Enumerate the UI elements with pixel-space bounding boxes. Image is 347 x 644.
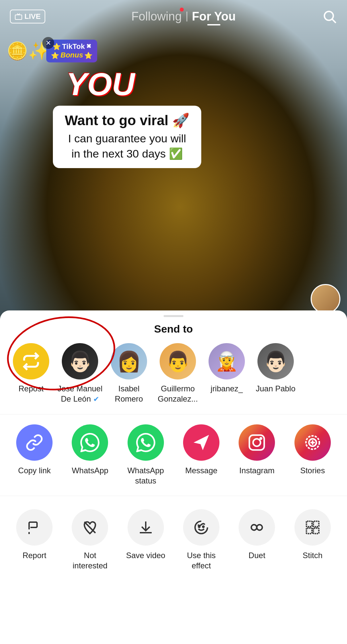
app-instagram[interactable]: Instagram (234, 424, 280, 476)
tv-icon (15, 13, 22, 20)
duet-label: Duet (249, 550, 265, 560)
svg-point-13 (199, 526, 200, 527)
tab-foryou[interactable]: For You (192, 10, 236, 23)
viral-line1: Want to go viral 🚀 (65, 112, 189, 128)
action-use-effect[interactable]: Use thiseffect (178, 509, 224, 571)
not-interested-label: Notinterested (73, 550, 107, 571)
copy-link-icon (16, 424, 53, 461)
isabel-avatar: 👩 (111, 343, 147, 379)
app-whatsapp-status[interactable]: WhatsAppstatus (123, 424, 169, 486)
share-sheet: Send to Repost 👨🏻 Jose ManuelDe León ✔ (0, 310, 347, 644)
action-not-interested[interactable]: Notinterested (67, 509, 113, 571)
stitch-label: Stitch (303, 550, 323, 560)
creator-avatar[interactable] (311, 284, 340, 314)
repost-avatar (13, 343, 49, 379)
app-message[interactable]: Message (178, 424, 224, 476)
app-copy-link[interactable]: Copy link (11, 424, 58, 476)
app-stories[interactable]: Stories (289, 424, 336, 476)
actions-row: Report Notinterested Save video (0, 506, 347, 571)
you-text: YOU (66, 66, 135, 102)
not-interested-icon (72, 509, 108, 546)
contact-juanpablo[interactable]: 👨🏻 Juan Pablo (251, 343, 300, 394)
report-icon (16, 509, 53, 546)
guillermo-avatar: 👨 (160, 343, 196, 379)
contact-repost[interactable]: Repost (7, 343, 56, 394)
svg-point-1 (325, 12, 333, 20)
contact-guillermo[interactable]: 👨 GuillermoGonzalez... (153, 343, 202, 404)
viral-bubble: Want to go viral 🚀 I can guarantee you w… (53, 106, 201, 168)
svg-point-15 (251, 525, 257, 530)
use-effect-label: Use thiseffect (187, 550, 216, 571)
contact-jose[interactable]: 👨🏻 Jose ManuelDe León ✔ (56, 343, 104, 404)
divider-1 (0, 414, 347, 414)
svg-line-2 (332, 19, 336, 23)
save-video-label: Save video (126, 550, 165, 560)
contact-isabel[interactable]: 👩 IsabelRomero (104, 343, 153, 404)
svg-point-6 (260, 438, 262, 439)
viral-line2: I can guarantee you willin the next 30 d… (65, 131, 189, 161)
svg-point-16 (257, 525, 262, 530)
live-label: LIVE (24, 12, 41, 21)
svg-rect-19 (306, 528, 312, 534)
juanpablo-avatar: 👨🏻 (257, 343, 294, 379)
stitch-icon (294, 509, 331, 546)
nav-tabs: Following For You (132, 10, 236, 23)
action-save-video[interactable]: Save video (123, 509, 169, 560)
action-duet[interactable]: Duet (234, 509, 280, 560)
send-to-title: Send to (0, 317, 347, 343)
tab-following[interactable]: Following (132, 10, 182, 23)
action-stitch[interactable]: Stitch (289, 509, 336, 560)
juanpablo-label: Juan Pablo (256, 383, 295, 394)
jose-avatar: 👨🏻 (62, 343, 98, 379)
jose-label: Jose ManuelDe León ✔ (58, 383, 102, 404)
svg-rect-20 (313, 528, 319, 534)
repost-label: Repost (19, 383, 44, 394)
isabel-label: IsabelRomero (115, 383, 143, 404)
live-button[interactable]: LIVE (10, 10, 45, 23)
svg-point-5 (253, 439, 261, 447)
tab-divider (186, 12, 187, 21)
video-area: LIVE Following For You ✕ 🪙✨ ⭐ TikT (0, 0, 347, 334)
jribanez-avatar: 🧝 (209, 343, 245, 379)
svg-point-14 (203, 526, 204, 527)
notification-dot (180, 8, 184, 12)
whatsapp-label: WhatsApp (72, 465, 108, 476)
svg-rect-0 (15, 15, 22, 19)
instagram-label: Instagram (239, 465, 275, 476)
divider-2 (0, 496, 347, 496)
save-video-icon (128, 509, 164, 546)
svg-marker-3 (194, 435, 209, 450)
use-effect-icon (183, 509, 219, 546)
contacts-row: Repost 👨🏻 Jose ManuelDe León ✔ 👩 IsabelR… (0, 343, 347, 414)
stories-label: Stories (300, 465, 325, 476)
stories-icon (294, 424, 331, 461)
svg-rect-4 (250, 435, 264, 450)
svg-rect-18 (313, 521, 319, 527)
close-button[interactable]: ✕ (42, 37, 54, 49)
copy-link-label: Copy link (18, 465, 51, 476)
search-icon[interactable] (322, 9, 337, 24)
top-navigation: LIVE Following For You (0, 0, 347, 33)
duet-icon (239, 509, 275, 546)
message-label: Message (185, 465, 217, 476)
report-label: Report (22, 550, 46, 560)
contact-jribanez[interactable]: 🧝 jribanez_ (202, 343, 251, 394)
message-icon (183, 424, 219, 461)
app-whatsapp[interactable]: WhatsApp (67, 424, 113, 476)
action-report[interactable]: Report (11, 509, 58, 560)
whatsapp-icon (72, 424, 108, 461)
whatsapp-status-label: WhatsAppstatus (127, 465, 164, 486)
apps-row: Copy link WhatsApp WhatsAppstatus (0, 424, 347, 496)
instagram-icon (239, 424, 275, 461)
jribanez-label: jribanez_ (211, 383, 243, 394)
guillermo-label: GuillermoGonzalez... (158, 383, 198, 404)
svg-rect-17 (306, 521, 312, 527)
whatsapp-status-icon (128, 424, 164, 461)
